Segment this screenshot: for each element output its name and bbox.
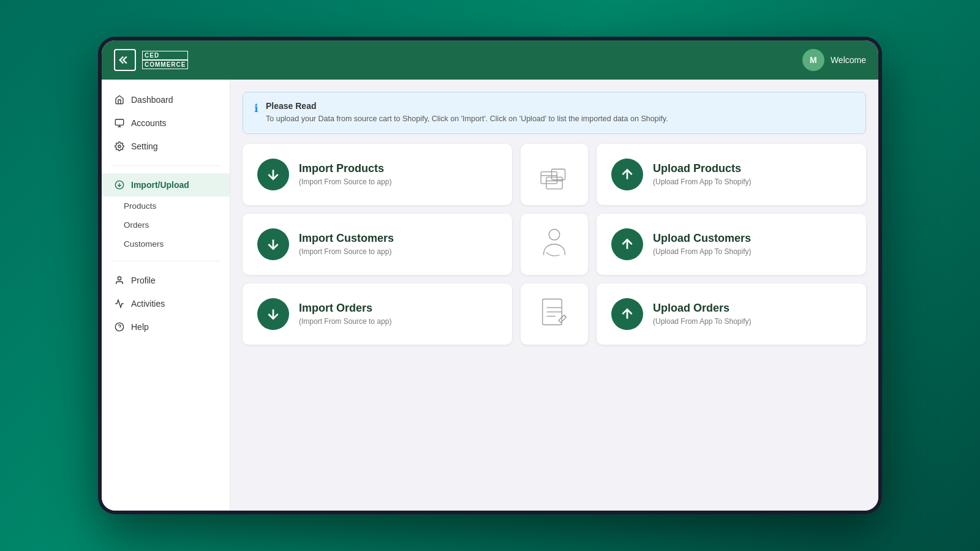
accounts-icon	[114, 118, 125, 129]
import-customers-card[interactable]: Import Customers (Import From Source to …	[243, 214, 512, 275]
svg-point-17	[549, 229, 560, 240]
sidebar-item-setting[interactable]: Setting	[102, 135, 230, 158]
activities-icon	[114, 298, 125, 309]
upload-customers-subtitle: (Upload From App To Shopify)	[653, 247, 752, 256]
sidebar-label-import-upload: Import/Upload	[131, 180, 189, 190]
upload-customers-text: Upload Customers (Upload From App To Sho…	[653, 232, 752, 256]
notice-text: To upload your Data from source cart to …	[266, 113, 668, 125]
sidebar-item-dashboard[interactable]: Dashboard	[102, 88, 230, 111]
svg-line-24	[564, 315, 567, 318]
topbar: CED COMMERCE M Welcome	[102, 40, 878, 80]
orders-illustration	[521, 283, 588, 345]
welcome-label: Welcome	[831, 55, 866, 65]
sidebar-section-import: Import/Upload Products Orders Customers	[102, 171, 230, 256]
tablet-inner: CED COMMERCE M Welcome	[102, 40, 878, 511]
sidebar-item-activities[interactable]: Activities	[102, 292, 230, 315]
sidebar-item-products[interactable]: Products	[102, 197, 230, 216]
logo-area: CED COMMERCE	[114, 49, 188, 71]
upload-customers-btn	[611, 228, 643, 260]
upload-products-title: Upload Products	[653, 162, 752, 176]
logo-text: CED COMMERCE	[142, 51, 188, 69]
import-orders-card[interactable]: Import Orders (Import From Source to app…	[243, 283, 512, 345]
sidebar-label-profile: Profile	[131, 276, 156, 285]
import-customers-text: Import Customers (Import From Source to …	[299, 232, 394, 256]
upload-orders-card[interactable]: Upload Orders (Upload From App To Shopif…	[597, 283, 866, 345]
import-orders-subtitle: (Import From Source to app)	[299, 317, 391, 326]
sidebar-divider-2	[111, 261, 220, 261]
svg-rect-11	[541, 171, 557, 183]
sidebar-label-orders: Orders	[124, 220, 149, 230]
upload-customers-title: Upload Customers	[653, 232, 752, 246]
sidebar-label-activities: Activities	[131, 299, 165, 309]
help-icon	[114, 321, 125, 332]
notice-content: Please Read To upload your Data from sou…	[266, 101, 668, 125]
import-orders-title: Import Orders	[299, 302, 391, 315]
sidebar-label-accounts: Accounts	[131, 118, 167, 128]
import-products-text: Import Products (Import From Source to a…	[299, 162, 391, 186]
notice-title: Please Read	[266, 101, 668, 111]
logo-icon	[114, 49, 136, 71]
upload-orders-text: Upload Orders (Upload From App To Shopif…	[653, 302, 752, 326]
upload-products-btn	[611, 159, 643, 190]
cards-grid: Import Products (Import From Source to a…	[243, 144, 866, 345]
main-layout: Dashboard Accounts	[102, 80, 878, 511]
sidebar-label-customers: Customers	[124, 239, 164, 249]
svg-rect-10	[546, 177, 562, 189]
svg-point-3	[118, 145, 121, 148]
import-products-title: Import Products	[299, 162, 391, 176]
sidebar-item-accounts[interactable]: Accounts	[102, 111, 230, 135]
svg-rect-12	[552, 169, 565, 180]
upload-orders-title: Upload Orders	[653, 302, 752, 315]
sidebar-section-main: Dashboard Accounts	[102, 86, 230, 160]
upload-customers-card[interactable]: Upload Customers (Upload From App To Sho…	[597, 214, 866, 275]
sidebar-label-setting: Setting	[131, 141, 158, 151]
import-orders-btn	[257, 298, 289, 330]
sidebar-section-bottom: Profile Activities	[102, 266, 230, 341]
sidebar-label-products: Products	[124, 201, 156, 211]
notice-bar: ℹ Please Read To upload your Data from s…	[243, 92, 866, 134]
sidebar-item-help[interactable]: Help	[102, 315, 230, 339]
import-products-btn	[257, 159, 289, 190]
sidebar-item-import-upload[interactable]: Import/Upload	[102, 173, 230, 197]
tablet-frame: CED COMMERCE M Welcome	[98, 37, 882, 514]
svg-point-6	[118, 277, 121, 280]
svg-rect-0	[115, 119, 123, 125]
avatar: M	[802, 49, 824, 71]
import-customers-btn	[257, 228, 289, 260]
upload-products-subtitle: (Upload From App To Shopify)	[653, 178, 752, 186]
setting-icon	[114, 141, 125, 152]
import-products-subtitle: (Import From Source to app)	[299, 178, 391, 186]
sidebar-divider-1	[111, 165, 220, 166]
profile-icon	[114, 275, 125, 286]
import-customers-subtitle: (Import From Source to app)	[299, 247, 394, 256]
import-products-card[interactable]: Import Products (Import From Source to a…	[243, 144, 512, 205]
sidebar: Dashboard Accounts	[102, 80, 230, 511]
import-icon	[114, 179, 125, 190]
import-customers-title: Import Customers	[299, 232, 394, 246]
sidebar-item-orders[interactable]: Orders	[102, 216, 230, 234]
upload-products-card[interactable]: Upload Products (Upload From App To Shop…	[597, 144, 866, 205]
products-illustration	[521, 144, 588, 205]
upload-orders-subtitle: (Upload From App To Shopify)	[653, 317, 752, 326]
sidebar-item-profile[interactable]: Profile	[102, 269, 230, 292]
sidebar-label-help: Help	[131, 322, 149, 332]
sidebar-label-dashboard: Dashboard	[131, 95, 173, 105]
topbar-right: M Welcome	[802, 49, 866, 71]
content-area: ℹ Please Read To upload your Data from s…	[230, 80, 878, 511]
info-icon: ℹ	[254, 102, 258, 115]
upload-products-text: Upload Products (Upload From App To Shop…	[653, 162, 752, 186]
customers-illustration	[521, 214, 588, 275]
home-icon	[114, 94, 125, 105]
import-orders-text: Import Orders (Import From Source to app…	[299, 302, 391, 326]
sidebar-item-customers[interactable]: Customers	[102, 234, 230, 253]
upload-orders-btn	[611, 298, 643, 330]
